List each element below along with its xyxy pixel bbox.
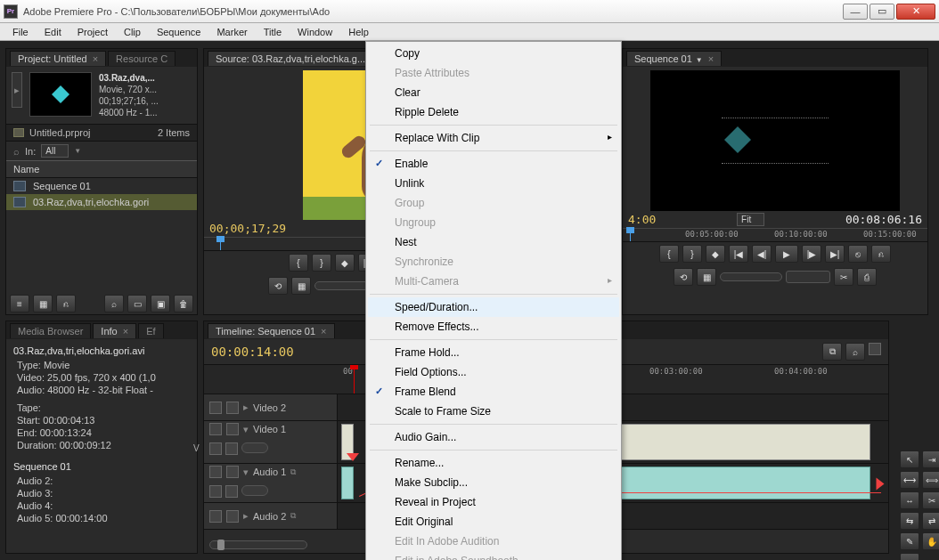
loop-button[interactable]: ⟲: [674, 268, 693, 286]
ctx-scale-to-frame[interactable]: Scale to Frame Size: [368, 402, 619, 421]
close-button[interactable]: ✕: [896, 4, 935, 20]
ctx-nest[interactable]: Nest: [368, 232, 619, 252]
ctx-edit-audition[interactable]: Edit In Adobe Audition: [368, 532, 619, 551]
media-browser-tab[interactable]: Media Browser: [10, 323, 91, 338]
selection-tool[interactable]: ↖: [900, 450, 919, 468]
ctx-edit-original[interactable]: Edit Original: [368, 512, 619, 532]
ctx-multi-camera[interactable]: Multi-Camera: [368, 272, 619, 291]
ctx-ripple-delete[interactable]: Ripple Delete: [368, 102, 619, 122]
lock-icon[interactable]: [226, 510, 239, 523]
ctx-rename[interactable]: Rename...: [368, 453, 619, 473]
menu-window[interactable]: Window: [290, 25, 339, 39]
new-bin-button[interactable]: ▭: [127, 295, 147, 312]
marker-button[interactable]: ◆: [335, 254, 355, 272]
maximize-button[interactable]: ▭: [870, 4, 894, 20]
source-tc-left[interactable]: 00;00;17;29: [209, 222, 286, 235]
extract-button[interactable]: ⎌: [871, 245, 891, 263]
eye-icon[interactable]: [209, 423, 222, 435]
list-view-button[interactable]: ≡: [10, 295, 29, 312]
ctx-frame-hold[interactable]: Frame Hold...: [368, 343, 619, 362]
hand-tool[interactable]: ✋: [922, 532, 939, 550]
lock-icon[interactable]: [226, 402, 239, 414]
lock-icon[interactable]: [226, 466, 239, 478]
search-icon[interactable]: ⌕: [13, 146, 20, 157]
opacity-icon[interactable]: [225, 442, 238, 455]
slip-tool[interactable]: ⇆: [900, 512, 919, 530]
info-tab[interactable]: Info×: [93, 323, 136, 338]
find-button[interactable]: ⌕: [104, 295, 124, 312]
step-fwd-button[interactable]: |▶: [802, 245, 821, 263]
play-button[interactable]: ▶: [775, 245, 798, 263]
safe-margin-button[interactable]: ▦: [291, 277, 311, 295]
ripple-tool[interactable]: ⟷: [900, 471, 919, 489]
zoom-button[interactable]: ⌕: [845, 343, 865, 361]
track-select-tool[interactable]: ⇥: [922, 450, 939, 468]
export-frame-button[interactable]: ⎙: [857, 268, 877, 286]
lock-icon[interactable]: [226, 423, 239, 435]
zoom-slider[interactable]: [209, 540, 307, 549]
wrench-icon[interactable]: [869, 343, 881, 355]
ctx-enable[interactable]: Enable: [368, 154, 619, 174]
project-tab[interactable]: Project: Untitled×: [10, 51, 106, 66]
ctx-audio-gain[interactable]: Audio Gain...: [368, 427, 619, 447]
close-icon[interactable]: ×: [321, 326, 326, 337]
menu-sequence[interactable]: Sequence: [150, 25, 208, 39]
ctx-clear[interactable]: Clear: [368, 83, 619, 102]
goto-in-button[interactable]: |◀: [729, 245, 748, 263]
menu-help[interactable]: Help: [341, 25, 376, 39]
zoom-select[interactable]: Fit: [737, 213, 764, 226]
icon-view-button[interactable]: ▦: [33, 295, 53, 312]
menu-project[interactable]: Project: [70, 25, 115, 39]
chevron-down-icon[interactable]: ▼: [696, 56, 703, 64]
name-header[interactable]: Name: [6, 160, 197, 178]
timeline-audio-clip[interactable]: [341, 467, 354, 499]
snap-button[interactable]: ⧉: [822, 343, 842, 361]
program-ruler[interactable]: 00:05:00:00 00:10:00:00 00:15:00:00: [623, 228, 927, 242]
new-item-button[interactable]: ▣: [151, 295, 170, 312]
ctx-edit-soundbooth[interactable]: Edit in Adobe Soundbooth: [368, 551, 619, 560]
mark-in-button[interactable]: {: [659, 245, 679, 263]
slide-tool[interactable]: ⇄: [922, 512, 939, 530]
menu-clip[interactable]: Clip: [117, 25, 148, 39]
volume-icon[interactable]: [225, 485, 238, 498]
timeline-tab[interactable]: Timeline: Sequence 01×: [208, 323, 335, 338]
resource-tab[interactable]: Resource C: [108, 51, 176, 66]
speaker-icon[interactable]: [209, 510, 222, 523]
timeline-audio-clip[interactable]: [587, 467, 870, 499]
ctx-remove-effects[interactable]: Remove Effects...: [368, 317, 619, 337]
timeline-tc[interactable]: 00:00:14:00: [211, 345, 294, 359]
jog-wheel[interactable]: [786, 271, 830, 283]
close-icon[interactable]: ×: [708, 53, 714, 64]
mark-out-button[interactable]: }: [682, 245, 702, 263]
effects-tab[interactable]: Ef: [138, 323, 163, 338]
ctx-paste-attributes[interactable]: Paste Attributes: [368, 63, 619, 83]
ctx-ungroup[interactable]: Ungroup: [368, 213, 619, 232]
close-icon[interactable]: ×: [93, 53, 98, 64]
minimize-button[interactable]: —: [843, 4, 868, 20]
trim-button[interactable]: ✂: [834, 268, 853, 286]
menu-marker[interactable]: Marker: [209, 25, 254, 39]
keyframe-icon[interactable]: [209, 485, 222, 498]
mark-out-button[interactable]: }: [312, 254, 331, 272]
rate-stretch-tool[interactable]: ↔: [900, 491, 919, 509]
ctx-field-options[interactable]: Field Options...: [368, 362, 619, 382]
razor-tool[interactable]: ✂: [922, 491, 939, 509]
clip-thumbnail[interactable]: [29, 72, 92, 117]
program-tab[interactable]: Sequence 01▼×: [626, 51, 722, 66]
eye-icon[interactable]: [209, 402, 222, 414]
preview-toggle-icon[interactable]: ▸: [12, 72, 22, 108]
list-item[interactable]: 03.Raz,dva,tri,elochka.gori: [6, 194, 197, 210]
zoom-tool[interactable]: ⌕: [900, 553, 919, 560]
automate-button[interactable]: ⎌: [56, 295, 76, 312]
goto-out-button[interactable]: ▶|: [825, 245, 845, 263]
in-select[interactable]: All: [41, 144, 69, 158]
menu-edit[interactable]: Edit: [37, 25, 69, 39]
ctx-speed-duration[interactable]: Speed/Duration...: [368, 297, 619, 317]
delete-button[interactable]: 🗑: [174, 295, 193, 312]
program-tc-left[interactable]: 4:00: [628, 213, 656, 226]
timeline-clip[interactable]: [587, 424, 870, 460]
menu-title[interactable]: Title: [257, 25, 289, 39]
ctx-copy[interactable]: Copy: [368, 44, 619, 63]
speaker-icon[interactable]: [209, 466, 222, 478]
menu-file[interactable]: File: [5, 25, 36, 39]
